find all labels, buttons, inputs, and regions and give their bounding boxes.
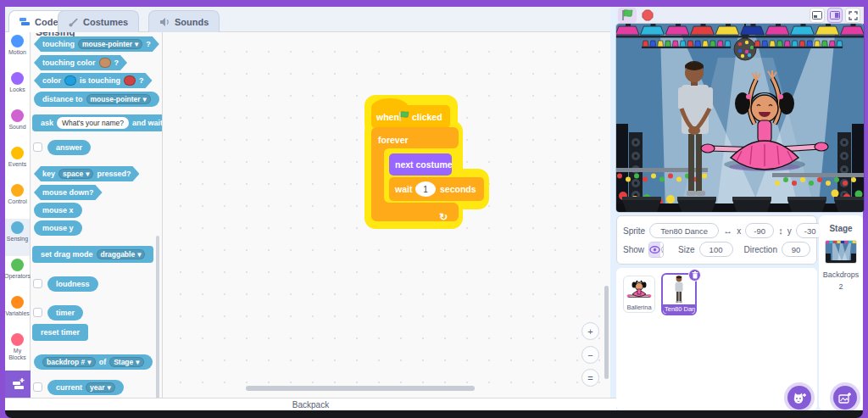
direction-label: Direction [744,245,777,254]
palette-block-mouse-y[interactable]: mouse y [34,220,82,236]
palette-scrollbar[interactable] [156,236,159,398]
small-stage-layout-button[interactable] [810,8,825,23]
block-dropdown[interactable]: mouse-pointer▾ [78,39,142,49]
palette-block-reset-timer[interactable]: reset timer [32,324,88,341]
show-sprite-button[interactable] [649,242,660,257]
block-text: pressed? [97,170,131,178]
backdrop-thumbnail[interactable] [825,240,857,264]
backdrops-count: 2 [819,282,863,291]
category-label: Sensing [7,236,28,242]
zoom-reset-button[interactable]: = [581,369,599,387]
chevron-down-icon: ▾ [108,383,111,392]
palette-block-key-pressed[interactable]: keyspace▾pressed? [34,166,139,181]
palette-block-distance-to[interactable]: distance tomouse-pointer▾ [34,92,159,107]
category-my-blocks[interactable]: My Blocks [5,331,30,368]
block-dropdown[interactable]: mouse-pointer▾ [86,94,151,104]
palette-block-color-is-touching[interactable]: coloris touching? [34,73,153,88]
sprite-card-ten80-dance[interactable]: Ten80 Dan... [661,273,697,315]
palette-block-touching[interactable]: touchingmouse-pointer▾? [34,36,159,52]
fullscreen-button[interactable] [845,8,860,23]
visibility-toggle-group: ∅ [648,242,664,258]
zoom-out-button[interactable]: − [581,346,599,364]
green-flag-button[interactable] [618,8,637,23]
next-costume-block[interactable]: next costume [389,153,453,176]
monitor-checkbox-timer[interactable] [33,308,42,317]
stage-selector-panel[interactable]: Stage Backdrops 2 [819,215,863,410]
large-stage-layout-button[interactable] [827,8,843,23]
block-text: ? [114,59,120,67]
add-extension-button[interactable] [5,371,32,398]
block-text: color [42,76,61,85]
block-dropdown[interactable]: backdrop #▾ [42,357,96,367]
vertical-scrollbar[interactable] [604,286,609,379]
category-looks[interactable]: Looks [5,70,30,107]
category-label: My Blocks [5,348,30,361]
color-swatch[interactable] [124,75,136,86]
hat-text-post: clicked [412,112,442,122]
horizontal-scrollbar[interactable] [246,386,475,391]
stop-button[interactable] [639,8,656,23]
hide-sprite-button[interactable]: ∅ [660,242,664,257]
zoom-in-glyph: + [587,326,593,337]
color-swatch[interactable] [99,58,111,68]
block-dropdown[interactable]: draggable▾ [97,249,146,259]
category-control[interactable]: Control [5,181,30,219]
palette-block-touching-color[interactable]: touching color? [34,55,127,70]
add-backdrop-button[interactable] [833,386,857,410]
wait-seconds-block[interactable]: wait 1 seconds [389,177,484,201]
color-swatch[interactable] [64,75,76,86]
block-text: answer [56,143,82,152]
zoom-reset-glyph: = [587,373,593,383]
stage-scene [616,24,864,212]
stage-canvas[interactable] [616,24,864,212]
chevron-down-icon: ▾ [135,40,138,48]
sprite-card-ballerina[interactable]: Ballerina [623,276,655,313]
block-dropdown[interactable]: Stage▾ [109,357,143,367]
palette-block-current[interactable]: currentyear▾ [47,380,124,395]
block-text: mouse y [42,224,74,232]
palette-block-mouse-x[interactable]: mouse x [34,203,82,218]
zoom-in-button[interactable]: + [581,322,599,340]
palette-block-set-drag-mode[interactable]: set drag modedraggable▾ [32,246,153,263]
running-script[interactable]: when clicked forever ↻ next costume wait… [356,85,536,237]
direction-input[interactable] [782,242,810,257]
palette-block-backdrop-of[interactable]: backdrop #▾ofStage▾ [34,354,153,370]
x-position-input[interactable] [745,223,774,238]
tab-sounds-label: Sounds [175,17,209,27]
block-text: is touching [80,76,120,85]
category-events[interactable]: Events [5,144,30,181]
category-color-dot [11,221,24,234]
palette-block-loudness[interactable]: loudness [47,276,98,292]
palette-block-mouse-down[interactable]: mouse down? [34,185,103,200]
monitor-checkbox-answer[interactable] [33,142,42,152]
code-workspace[interactable]: when clicked forever ↻ next costume wait… [163,32,610,398]
delete-sprite-button[interactable] [688,269,701,281]
chevron-down-icon: ▾ [137,250,141,259]
palette-block-ask-and-wait[interactable]: askWhat's your name?and wait [32,114,163,131]
chevron-down-icon: ▾ [86,170,89,178]
sprite-name-input[interactable] [649,223,719,238]
size-input[interactable] [699,242,733,257]
dropdown-value: backdrop # [47,358,85,366]
category-color-dot [11,109,24,122]
backpack-bar[interactable]: Backpack [5,398,616,410]
tab-costumes[interactable]: Costumes [58,10,139,32]
category-motion[interactable]: Motion [5,32,30,70]
palette-block-answer[interactable]: answer [47,140,91,155]
tab-sounds[interactable]: Sounds [148,10,220,32]
monitor-checkbox-current[interactable] [33,382,42,392]
wait-value: 1 [423,185,428,194]
palette-block-timer[interactable]: timer [47,305,83,320]
category-sound[interactable]: Sound [5,107,30,144]
block-dropdown[interactable]: space▾ [58,169,93,179]
sprite-info-panel: Sprite ↔ x ↕ y Show ∅ Size Direction [616,215,817,265]
block-dropdown[interactable]: year▾ [86,382,115,393]
category-operators[interactable]: Operators [5,256,30,293]
monitor-checkbox-loudness[interactable] [33,279,42,288]
category-label: Events [8,161,26,168]
category-variables[interactable]: Variables [5,293,30,331]
category-sensing[interactable]: Sensing [5,219,30,256]
sprite-label: Sprite [623,226,645,236]
add-sprite-button[interactable] [787,386,811,410]
block-input[interactable]: What's your name? [57,117,129,129]
